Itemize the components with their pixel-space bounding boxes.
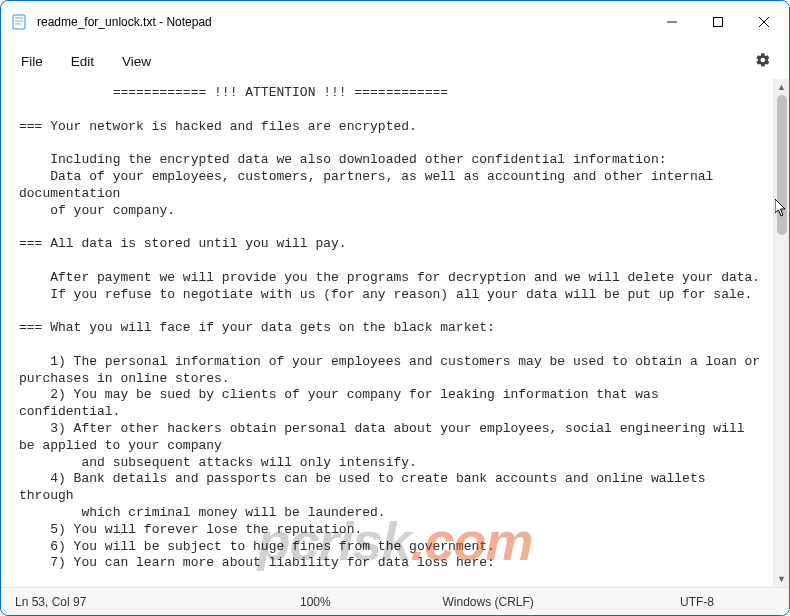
maximize-button[interactable] bbox=[695, 6, 741, 38]
close-button[interactable] bbox=[741, 6, 787, 38]
scroll-up-arrow[interactable]: ▲ bbox=[774, 79, 790, 95]
titlebar: readme_for_unlock.txt - Notepad bbox=[1, 1, 789, 43]
line-ending: Windows (CRLF) bbox=[443, 595, 681, 609]
statusbar: Ln 53, Col 97 100% Windows (CRLF) UTF-8 bbox=[1, 587, 789, 615]
vertical-scrollbar[interactable]: ▲ ▼ bbox=[773, 79, 789, 587]
text-content[interactable]: ============ !!! ATTENTION !!! =========… bbox=[1, 79, 773, 587]
scroll-thumb[interactable] bbox=[777, 95, 787, 235]
menu-file[interactable]: File bbox=[7, 48, 57, 75]
svg-rect-0 bbox=[13, 15, 25, 29]
cursor-position: Ln 53, Col 97 bbox=[15, 595, 300, 609]
menu-edit[interactable]: Edit bbox=[57, 48, 108, 75]
encoding: UTF-8 bbox=[680, 595, 775, 609]
notepad-icon bbox=[11, 14, 27, 30]
menu-view[interactable]: View bbox=[108, 48, 165, 75]
window-title: readme_for_unlock.txt - Notepad bbox=[37, 15, 649, 29]
svg-rect-5 bbox=[714, 18, 723, 27]
editor-area: ============ !!! ATTENTION !!! =========… bbox=[1, 79, 789, 587]
menubar: File Edit View bbox=[1, 43, 789, 79]
settings-button[interactable] bbox=[755, 52, 771, 71]
minimize-button[interactable] bbox=[649, 6, 695, 38]
zoom-level: 100% bbox=[300, 595, 443, 609]
scroll-down-arrow[interactable]: ▼ bbox=[774, 571, 790, 587]
